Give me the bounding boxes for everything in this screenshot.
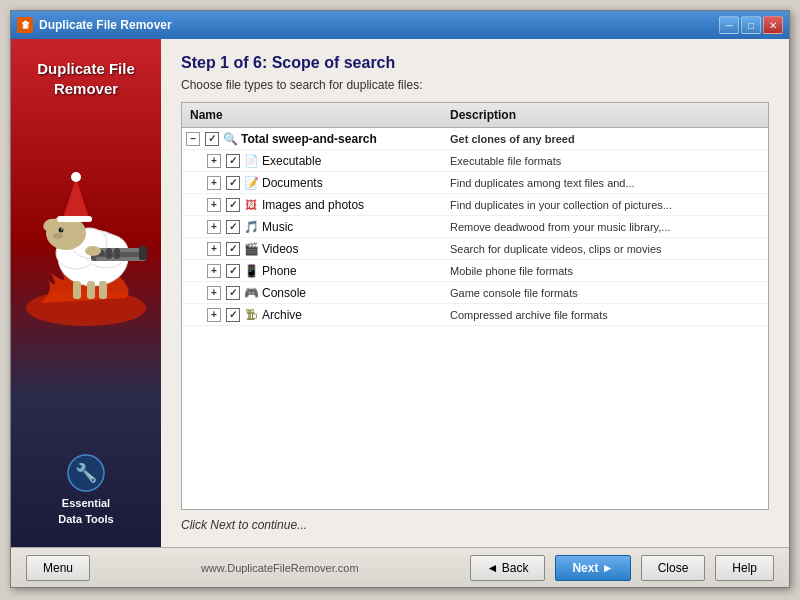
row-desc-images: Find duplicates in your collection of pi… <box>442 199 768 211</box>
step-subtitle: Choose file types to search for duplicat… <box>181 78 769 92</box>
row-label-documents: Documents <box>262 176 323 190</box>
window-controls: ─ □ ✕ <box>719 16 783 34</box>
row-label-phone: Phone <box>262 264 297 278</box>
row-label-music: Music <box>262 220 293 234</box>
close-button[interactable]: Close <box>641 555 706 581</box>
sheep-illustration <box>21 103 151 333</box>
row-desc-phone: Mobile phone file formats <box>442 265 768 277</box>
content-area: Duplicate File Remover <box>11 39 789 547</box>
expand-documents-button[interactable]: + <box>207 176 221 190</box>
svg-text:🔧: 🔧 <box>75 462 98 484</box>
sidebar: Duplicate File Remover <box>11 39 161 547</box>
row-desc-total: Get clones of any breed <box>442 133 768 145</box>
svg-point-7 <box>59 228 64 233</box>
checkbox-music[interactable] <box>226 220 240 234</box>
app-logo: Duplicate File Remover <box>37 59 135 98</box>
expand-archive-button[interactable]: + <box>207 308 221 322</box>
checkbox-console[interactable] <box>226 286 240 300</box>
checkbox-documents[interactable] <box>226 176 240 190</box>
expand-videos-button[interactable]: + <box>207 242 221 256</box>
svg-marker-10 <box>63 178 89 218</box>
svg-point-8 <box>61 228 63 230</box>
tools-logo-icon: 🔧 <box>66 453 106 493</box>
window-title: Duplicate File Remover <box>39 18 719 32</box>
row-name-area: + 🎬 Videos <box>182 241 442 257</box>
row-desc-executable: Executable file formats <box>442 155 768 167</box>
expand-total-button[interactable]: – <box>186 132 200 146</box>
checkbox-images[interactable] <box>226 198 240 212</box>
sweep-icon: 🔍 <box>222 131 238 147</box>
step-title: Step 1 of 6: Scope of search <box>181 54 769 72</box>
checkbox-executable[interactable] <box>226 154 240 168</box>
expand-console-button[interactable]: + <box>207 286 221 300</box>
table-row: + 🎮 Console Game console file formats <box>182 282 768 304</box>
images-icon: 🖼 <box>243 197 259 213</box>
table-row: + 🎬 Videos Search for duplicate videos, … <box>182 238 768 260</box>
website-text: www.DuplicateFileRemover.com <box>100 562 459 574</box>
svg-point-12 <box>71 172 81 182</box>
maximize-button[interactable]: □ <box>741 16 761 34</box>
svg-rect-11 <box>57 216 92 222</box>
console-icon: 🎮 <box>243 285 259 301</box>
row-desc-archive: Compressed archive file formats <box>442 309 768 321</box>
table-row: + 🖼 Images and photos Find duplicates in… <box>182 194 768 216</box>
svg-rect-18 <box>96 257 146 261</box>
close-window-button[interactable]: ✕ <box>763 16 783 34</box>
checkbox-videos[interactable] <box>226 242 240 256</box>
next-button[interactable]: Next ► <box>555 555 630 581</box>
row-desc-videos: Search for duplicate videos, clips or mo… <box>442 243 768 255</box>
file-type-tree[interactable]: Name Description – 🔍 Total sweep-and-sea… <box>181 102 769 510</box>
row-label-total: Total sweep-and-search <box>241 132 377 146</box>
row-name-area: + 🖼 Images and photos <box>182 197 442 213</box>
description-column-header: Description <box>442 106 768 124</box>
row-label-archive: Archive <box>262 308 302 322</box>
svg-point-25 <box>85 246 101 256</box>
title-bar: 🗑 Duplicate File Remover ─ □ ✕ <box>11 11 789 39</box>
svg-rect-13 <box>73 281 81 299</box>
minimize-button[interactable]: ─ <box>719 16 739 34</box>
table-row: – 🔍 Total sweep-and-search Get clones of… <box>182 128 768 150</box>
svg-rect-24 <box>139 246 147 260</box>
svg-point-23 <box>114 253 120 259</box>
row-name-area: + 📝 Documents <box>182 175 442 191</box>
row-label-console: Console <box>262 286 306 300</box>
table-row: + 📱 Phone Mobile phone file formats <box>182 260 768 282</box>
row-desc-console: Game console file formats <box>442 287 768 299</box>
music-icon: 🎵 <box>243 219 259 235</box>
row-name-area: + 🎮 Console <box>182 285 442 301</box>
svg-rect-14 <box>87 281 95 299</box>
row-name-area: + 📄 Executable <box>182 153 442 169</box>
help-button[interactable]: Help <box>715 555 774 581</box>
row-label-executable: Executable <box>262 154 321 168</box>
row-label-images: Images and photos <box>262 198 364 212</box>
name-column-header: Name <box>182 106 442 124</box>
main-content-panel: Step 1 of 6: Scope of search Choose file… <box>161 39 789 547</box>
phone-icon: 📱 <box>243 263 259 279</box>
expand-music-button[interactable]: + <box>207 220 221 234</box>
menu-button[interactable]: Menu <box>26 555 90 581</box>
main-window: 🗑 Duplicate File Remover ─ □ ✕ Duplicate… <box>10 10 790 588</box>
svg-point-9 <box>53 233 63 239</box>
company-name: Essential Data Tools <box>58 496 113 527</box>
row-name-area: + 🎵 Music <box>182 219 442 235</box>
back-button[interactable]: ◄ Back <box>470 555 546 581</box>
table-row: + 📄 Executable Executable file formats <box>182 150 768 172</box>
table-row: + 📝 Documents Find duplicates among text… <box>182 172 768 194</box>
svg-rect-15 <box>99 281 107 299</box>
status-text: Click Next to continue... <box>181 518 769 532</box>
checkbox-phone[interactable] <box>226 264 240 278</box>
row-label-videos: Videos <box>262 242 298 256</box>
row-desc-music: Remove deadwood from your music library,… <box>442 221 768 233</box>
svg-point-21 <box>106 253 112 259</box>
sidebar-bottom: 🔧 Essential Data Tools <box>58 453 113 537</box>
expand-executable-button[interactable]: + <box>207 154 221 168</box>
app-icon: 🗑 <box>17 17 33 33</box>
row-desc-documents: Find duplicates among text files and... <box>442 177 768 189</box>
archive-icon: 🗜 <box>243 307 259 323</box>
expand-images-button[interactable]: + <box>207 198 221 212</box>
executable-icon: 📄 <box>243 153 259 169</box>
table-row: + 🗜 Archive Compressed archive file form… <box>182 304 768 326</box>
checkbox-archive[interactable] <box>226 308 240 322</box>
checkbox-total[interactable] <box>205 132 219 146</box>
expand-phone-button[interactable]: + <box>207 264 221 278</box>
